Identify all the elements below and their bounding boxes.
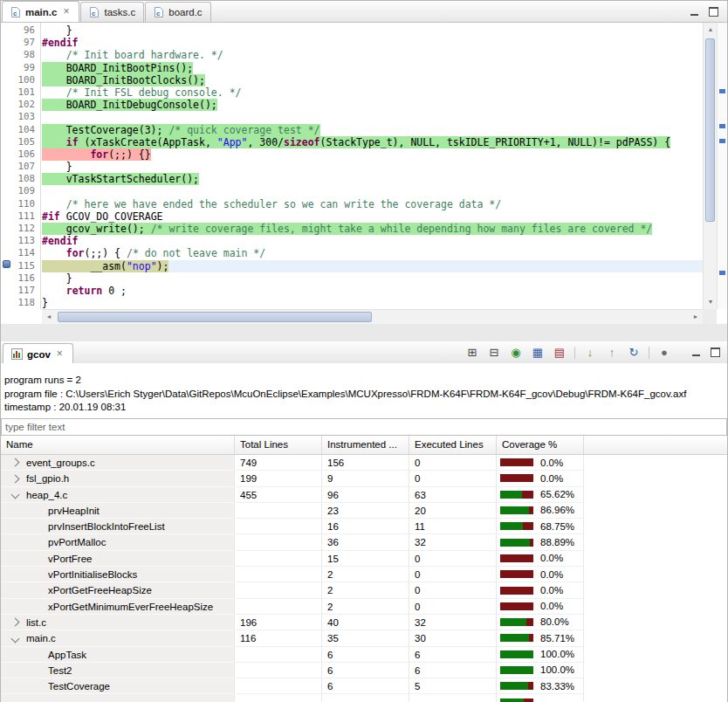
gutter-cell[interactable] [1,221,13,233]
table-row[interactable]: event_groups.c74915600.0% [1,455,727,471]
expand-all-icon[interactable]: ⊞ [465,346,479,360]
gutter-cell[interactable] [1,72,13,85]
tab-main-c[interactable]: c main.c [2,1,79,22]
column-header-executed[interactable]: Executed Lines [409,436,497,454]
code-line[interactable] [42,185,703,197]
code-line[interactable] [42,111,703,123]
tab-board-c[interactable]: c board.c [145,2,210,22]
scroll-up-icon[interactable]: ▲ [704,23,718,37]
gutter-cell[interactable] [1,196,13,209]
code-line[interactable]: TestCoverage(3); /* quick coverage test … [42,124,703,136]
overview-ruler[interactable] [717,23,727,309]
column-header-coverage[interactable]: Coverage % [497,436,584,454]
collapse-arrow-icon[interactable] [11,634,20,643]
vertical-scrollbar-thumb[interactable] [705,38,715,222]
code-line[interactable]: BOARD_InitDebugConsole(); [42,99,703,111]
table-row[interactable]: Test266100.0% [1,663,727,678]
gutter-cell[interactable] [1,47,13,59]
minimize-icon[interactable] [692,354,700,356]
column-header-name[interactable]: Name [1,436,235,454]
code-line[interactable]: } [42,24,703,37]
code-lines[interactable]: }#endif /* Init board hardware. */ BOARD… [42,23,703,309]
code-line[interactable]: #endif [42,235,703,247]
tab-tasks-c[interactable]: c tasks.c [80,2,144,22]
code-line[interactable]: for(;;) { /* do not leave main */ [42,247,703,259]
code-editor[interactable]: 9697989910010110210310410510610710810911… [1,23,727,309]
gutter-cell[interactable] [1,159,13,171]
refresh-icon[interactable]: ↻ [627,346,641,360]
table-row[interactable]: heap_4.c455966365.62% [1,487,727,503]
table-row[interactable]: vPortInitialiseBlocks200.0% [1,567,727,582]
import-coverage-icon[interactable]: ↓ [583,346,597,360]
close-icon[interactable] [61,7,71,17]
gutter-cell[interactable] [1,35,13,47]
code-line[interactable]: vTaskStartScheduler(); [42,173,703,185]
gutter-cell[interactable] [1,109,13,121]
horizontal-scrollbar[interactable]: ◄ ► [42,309,703,324]
scroll-down-icon[interactable]: ▼ [704,295,718,309]
code-line[interactable]: #if GCOV_DO_COVERAGE [42,210,703,223]
horizontal-scrollbar-thumb[interactable] [58,312,372,322]
gutter-cell[interactable] [1,183,13,196]
close-icon[interactable] [55,349,65,359]
minimize-icon[interactable] [690,14,698,16]
code-line[interactable]: #endif [42,37,703,49]
gutter-cell[interactable] [1,283,13,295]
vertical-scrollbar[interactable]: ▲ ▼ [703,23,717,309]
maximize-icon[interactable] [709,7,718,17]
table-row[interactable]: main.c116353085.71% [1,630,727,646]
code-line[interactable]: for(;;) {} [42,148,703,161]
maximize-icon[interactable] [711,348,720,357]
occurrence-marker[interactable] [719,271,725,275]
tab-gcov[interactable]: gcov [3,343,73,364]
code-line[interactable]: /* Init FSL debug console. */ [42,86,703,99]
gutter-cell[interactable] [1,245,13,258]
gutter-cell[interactable] [1,97,13,109]
code-line[interactable]: /* here we have ended the scheduler so w… [42,198,703,210]
code-line[interactable]: } [42,297,703,309]
gutter-cell[interactable] [1,134,13,147]
gutter-cell[interactable] [1,60,13,72]
gutter-cell[interactable] [1,85,13,97]
line-number-column[interactable]: 9697989910010110210310410510610710810911… [13,23,41,309]
table-row[interactable] [1,694,727,702]
gutter-cell[interactable] [1,171,13,183]
code-line[interactable]: } [42,272,703,285]
table-row[interactable]: prvInsertBlockIntoFreeList161168.75% [1,519,727,534]
expand-arrow-icon[interactable] [11,474,20,483]
chart-icon[interactable]: ▦ [531,346,545,360]
code-line[interactable]: __asm("nop"); [42,260,703,272]
table-row[interactable]: fsl_gpio.h199900.0% [1,471,727,486]
scroll-right-icon[interactable]: ► [689,310,703,324]
export-csv-icon[interactable]: ▤ [553,346,567,360]
occurrence-marker[interactable] [719,89,725,93]
gutter-cell[interactable] [1,233,13,245]
table-row[interactable]: AppTask66100.0% [1,647,727,663]
occurrence-marker[interactable] [719,124,725,128]
table-row[interactable]: xPortGetMinimumEverFreeHeapSize200.0% [1,599,727,615]
gutter-cell[interactable] [1,258,13,271]
pane-sash[interactable] [1,324,727,341]
export-coverage-icon[interactable]: ↑ [605,346,619,360]
column-header-instrumented[interactable]: Instrumented ... [322,436,409,454]
expand-arrow-icon[interactable] [11,458,20,467]
table-row[interactable]: list.c196403280.0% [1,615,727,630]
gutter-cell[interactable] [1,122,13,134]
table-row[interactable]: TestCoverage6583.33% [1,678,727,694]
code-line[interactable]: } [42,161,703,173]
table-row[interactable]: xPortGetFreeHeapSize200.0% [1,582,727,598]
code-line[interactable]: if (xTaskCreate(AppTask, "App", 300/size… [42,136,703,148]
gutter-cell[interactable] [1,23,13,35]
scroll-left-icon[interactable]: ◄ [42,310,56,324]
gutter-cell[interactable] [1,271,13,283]
table-row[interactable]: pvPortMalloc363288.89% [1,534,727,550]
filter-input[interactable] [1,418,727,436]
column-header-total-lines[interactable]: Total Lines [235,436,322,454]
code-line[interactable]: BOARD_InitBootPins(); [42,62,703,74]
code-line[interactable]: /* Init board hardware. */ [42,49,703,61]
filter-coverage-icon[interactable]: ◉ [509,346,523,360]
gutter-cell[interactable] [1,209,13,221]
code-line[interactable]: gcov_write(); /* write coverage files, m… [42,223,703,235]
expand-arrow-icon[interactable] [11,618,20,627]
occurrence-marker[interactable] [719,139,725,143]
